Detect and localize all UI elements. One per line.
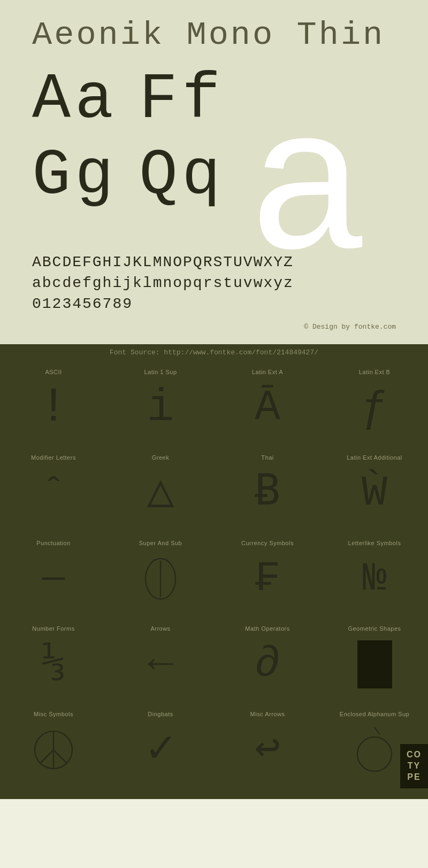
svg-line-6 [374,727,380,734]
svg-line-4 [40,750,54,763]
credit-text: © Design by fontke.com [32,320,396,334]
label-miscsymbols: Misc Symbols [34,711,73,717]
cotype-line3: PE [407,772,422,783]
glyphs-grid-row2: Modifier Letters ˆ Greek △ Thai Ƀ Latin … [0,446,428,532]
label-currency: Currency Symbols [241,540,294,546]
char-modifier: ˆ [42,466,65,521]
font-source: Font Source: http://www.fontke.com/font/… [0,344,428,361]
label-modifier: Modifier Letters [31,454,76,461]
cotype-line2: TY [407,761,422,772]
label-enclosed: Enclosed Alphanum Sup [340,711,409,717]
char-letterlike: № [362,552,386,607]
peace-symbol-icon [31,727,77,773]
glyph-dingbats: Dingbats ✓ [107,703,214,788]
label-punctuation: Punctuation [36,540,71,546]
label-superandsub: Super And Sub [139,540,182,546]
glyph-enclosed: Enclosed Alphanum Sup CO TY PE [321,703,428,788]
glyph-superandsub: Super And Sub [107,532,214,617]
top-section: Aeonik Mono Thin Aa Ff Gg Qq a ABCDEFGHI… [0,0,428,344]
slashed-zero-icon [142,556,179,602]
label-ascii: ASCII [45,369,62,375]
char-latinextb: ƒ [361,381,388,436]
char-dingbats: ✓ [147,723,174,778]
char-geometric [357,637,392,692]
char-ascii: ! [39,381,68,436]
glyph-thai: Thai Ƀ [214,446,321,532]
label-geometric: Geometric Shapes [348,625,401,632]
label-letterlike: Letterlike Symbols [348,540,401,546]
char-thai: Ƀ [255,466,280,521]
glyph-ascii: ASCII ! [0,361,107,446]
label-latin1sup: Latin 1 Sup [144,369,177,375]
label-miscarrows: Misc Arrows [250,711,285,717]
font-title: Aeonik Mono Thin [32,16,396,54]
label-numberforms: Number Forms [32,625,74,632]
label-mathoperators: Math Operators [245,625,289,632]
label-dingbats: Dingbats [148,711,173,717]
glyph-punctuation: Punctuation — [0,532,107,617]
label-latinexta: Latin Ext A [252,369,283,375]
char-mathoperators: ∂ [255,637,280,692]
dark-section: Font Source: http://www.fontke.com/font/… [0,344,428,799]
glyph-letterlike: Letterlike Symbols № [321,532,428,617]
black-rectangle-icon [357,640,392,688]
char-greek: △ [147,466,174,521]
char-latinextadditional: Ẁ [362,466,387,521]
glyphs-grid-row5: Misc Symbols Dingbats ✓ Misc Arrows ↩ En… [0,703,428,788]
char-latin1sup: i [147,381,174,436]
char-pair-aa: Aa [32,65,118,135]
label-latinextadditional: Latin Ext Additional [347,454,402,461]
svg-line-5 [54,750,67,763]
large-a-char: a [247,118,364,284]
char-latinexta: Ā [255,381,280,436]
glyphs-grid-row1: ASCII ! Latin 1 Sup i Latin Ext A Ā Lati… [0,361,428,446]
glyph-numberforms: Number Forms ⅓ [0,617,107,703]
char-superandsub [142,552,179,607]
cotype-line1: CO [407,749,422,761]
char-numberforms: ⅓ [41,637,65,692]
glyph-mathoperators: Math Operators ∂ [214,617,321,703]
cotype-badge: CO TY PE [400,744,428,788]
char-enclosed [353,723,396,778]
glyph-latinextadditional: Latin Ext Additional Ẁ [321,446,428,532]
char-arrows: ← [148,637,173,692]
large-a-overlay: a [214,118,364,284]
glyph-latin1sup: Latin 1 Sup i [107,361,214,446]
glyphs-grid-row3: Punctuation — Super And Sub Currency Sym… [0,532,428,617]
char-miscarrows: ↩ [255,723,280,778]
glyph-miscarrows: Misc Arrows ↩ [214,703,321,788]
label-greek: Greek [152,454,169,461]
label-latinextb: Latin Ext B [359,369,391,375]
glyph-geometric: Geometric Shapes [321,617,428,703]
glyph-miscsymbols: Misc Symbols [0,703,107,788]
glyphs-grid-row4: Number Forms ⅓ Arrows ← Math Operators ∂… [0,617,428,703]
glyph-modifier: Modifier Letters ˆ [0,446,107,532]
svg-point-7 [357,737,392,771]
glyph-currency: Currency Symbols ₣ [214,532,321,617]
glyph-latinexta: Latin Ext A Ā [214,361,321,446]
char-miscsymbols [31,723,77,778]
glyph-arrows: Arrows ← [107,617,214,703]
char-currency: ₣ [255,552,280,607]
char-pair-gg: Gg [32,141,118,211]
glyph-latinextb: Latin Ext B ƒ [321,361,428,446]
glyph-greek: Greek △ [107,446,214,532]
char-pair-qq: Qq [139,141,225,211]
char-pair-ff: Ff [139,65,225,135]
enclosed-char-icon [353,725,396,776]
label-thai: Thai [261,454,273,461]
label-arrows: Arrows [150,625,170,632]
char-punctuation: — [42,552,65,607]
digits: 0123456789 [32,293,396,314]
